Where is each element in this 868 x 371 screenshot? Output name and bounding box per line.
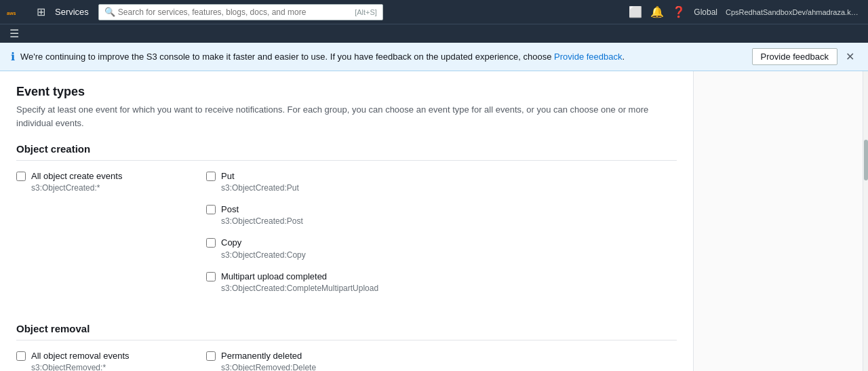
all-create-events-item: All object create events s3:ObjectCreate… bbox=[16, 170, 206, 293]
put-event-checkbox[interactable] bbox=[206, 172, 216, 181]
removal-events-list: Permanently deleted s3:ObjectRemoved:Del… bbox=[206, 350, 677, 371]
permanently-deleted-item: Permanently deleted s3:ObjectRemoved:Del… bbox=[206, 350, 677, 371]
permanently-deleted-label: Permanently deleted bbox=[221, 350, 316, 362]
all-removal-events-label-group: All object removal events s3:ObjectRemov… bbox=[31, 350, 130, 371]
bell-icon[interactable]: 🔔 bbox=[650, 5, 664, 18]
help-icon[interactable]: ❓ bbox=[672, 5, 686, 18]
search-hint: [Alt+S] bbox=[355, 8, 377, 16]
right-panel bbox=[693, 71, 863, 371]
copy-event-label-group: Copy s3:ObjectCreated:Copy bbox=[221, 237, 306, 259]
info-icon: ℹ bbox=[11, 50, 15, 63]
banner-link[interactable]: Provide feedback bbox=[554, 52, 622, 62]
multipart-event-label: Multipart upload completed bbox=[221, 271, 378, 283]
svg-text:aws: aws bbox=[7, 11, 16, 16]
put-event-item: Put s3:ObjectCreated:Put bbox=[206, 170, 677, 193]
top-navigation: aws ⊞ Services 🔍 [Alt+S] ⬜ 🔔 ❓ Global Cp… bbox=[0, 0, 868, 24]
section-description: Specify at least one event for which you… bbox=[16, 103, 677, 130]
all-create-events-checkbox[interactable] bbox=[16, 172, 26, 181]
banner-period: . bbox=[623, 52, 625, 62]
terminal-icon[interactable]: ⬜ bbox=[629, 5, 642, 18]
hamburger-icon[interactable]: ☰ bbox=[7, 24, 22, 43]
search-icon: 🔍 bbox=[104, 7, 115, 17]
object-removal-grid: All object removal events s3:ObjectRemov… bbox=[16, 350, 677, 371]
all-removal-events-item: All object removal events s3:ObjectRemov… bbox=[16, 350, 206, 371]
banner-close-button[interactable]: ✕ bbox=[843, 49, 857, 64]
all-removal-events-checkbox[interactable] bbox=[16, 351, 26, 361]
put-event-label-group: Put s3:ObjectCreated:Put bbox=[221, 170, 299, 193]
all-removal-events-label: All object removal events bbox=[31, 350, 130, 362]
copy-event-sub: s3:ObjectCreated:Copy bbox=[221, 250, 306, 260]
multipart-event-item: Multipart upload completed s3:ObjectCrea… bbox=[206, 271, 677, 293]
post-event-label-group: Post s3:ObjectCreated:Post bbox=[221, 203, 303, 226]
section-title: Event types bbox=[16, 85, 677, 99]
object-creation-title: Object creation bbox=[16, 143, 677, 161]
object-removal-section: Object removal All object removal events… bbox=[16, 323, 677, 371]
account-info[interactable]: CpsRedhatSandboxDev/ahmadraza.kaliwala@p… bbox=[726, 8, 861, 16]
multipart-event-sub: s3:ObjectCreated:CompleteMultipartUpload bbox=[221, 284, 378, 293]
nav-right: ⬜ 🔔 ❓ Global CpsRedhatSandboxDev/ahmadra… bbox=[629, 5, 861, 18]
banner-text: We're continuing to improve the S3 conso… bbox=[20, 52, 747, 62]
search-input[interactable] bbox=[118, 7, 351, 17]
secondary-navigation: ☰ bbox=[0, 24, 868, 43]
object-removal-title: Object removal bbox=[16, 323, 677, 340]
multipart-event-checkbox[interactable] bbox=[206, 272, 216, 281]
all-create-events-sub: s3:ObjectCreated:* bbox=[31, 183, 122, 193]
copy-event-checkbox[interactable] bbox=[206, 238, 216, 248]
multipart-event-label-group: Multipart upload completed s3:ObjectCrea… bbox=[221, 271, 378, 293]
grid-icon[interactable]: ⊞ bbox=[37, 5, 45, 18]
post-event-sub: s3:ObjectCreated:Post bbox=[221, 216, 303, 226]
copy-event-item: Copy s3:ObjectCreated:Copy bbox=[206, 237, 677, 259]
put-event-label: Put bbox=[221, 170, 299, 182]
left-panel: Event types Specify at least one event f… bbox=[0, 71, 693, 371]
main-layout: Event types Specify at least one event f… bbox=[0, 71, 868, 371]
info-banner: ℹ We're continuing to improve the S3 con… bbox=[0, 43, 868, 71]
provide-feedback-button[interactable]: Provide feedback bbox=[752, 48, 837, 65]
copy-event-label: Copy bbox=[221, 237, 306, 249]
aws-logo[interactable]: aws bbox=[7, 5, 28, 19]
permanently-deleted-label-group: Permanently deleted s3:ObjectRemoved:Del… bbox=[221, 350, 316, 371]
all-create-events-label: All object create events bbox=[31, 170, 122, 182]
permanently-deleted-sub: s3:ObjectRemoved:Delete bbox=[221, 363, 316, 371]
scrollbar-thumb[interactable] bbox=[864, 140, 868, 180]
post-event-checkbox[interactable] bbox=[206, 205, 216, 214]
all-create-events-label-group: All object create events s3:ObjectCreate… bbox=[31, 170, 122, 193]
create-events-list: Put s3:ObjectCreated:Put Post s3:ObjectC… bbox=[206, 170, 677, 304]
scrollbar-track[interactable] bbox=[863, 71, 868, 371]
search-bar: 🔍 [Alt+S] bbox=[98, 4, 383, 20]
region-selector[interactable]: Global bbox=[694, 7, 717, 17]
post-event-item: Post s3:ObjectCreated:Post bbox=[206, 203, 677, 226]
put-event-sub: s3:ObjectCreated:Put bbox=[221, 183, 299, 193]
services-label: Services bbox=[55, 7, 89, 17]
banner-text-before: We're continuing to improve the S3 conso… bbox=[20, 52, 554, 62]
permanently-deleted-checkbox[interactable] bbox=[206, 351, 216, 361]
all-removal-events-sub: s3:ObjectRemoved:* bbox=[31, 363, 130, 371]
object-creation-section: Object creation All object create events… bbox=[16, 143, 677, 304]
object-creation-grid: All object create events s3:ObjectCreate… bbox=[16, 170, 677, 304]
services-button[interactable]: Services bbox=[51, 4, 93, 20]
post-event-label: Post bbox=[221, 203, 303, 216]
